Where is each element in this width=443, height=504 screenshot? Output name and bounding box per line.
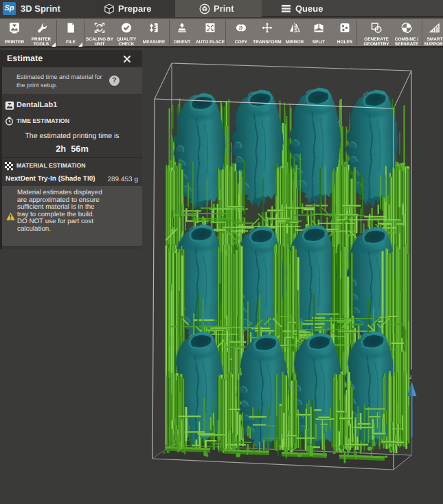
svg-text:z: z: [409, 374, 413, 380]
svg-text:2: 2: [239, 26, 242, 31]
